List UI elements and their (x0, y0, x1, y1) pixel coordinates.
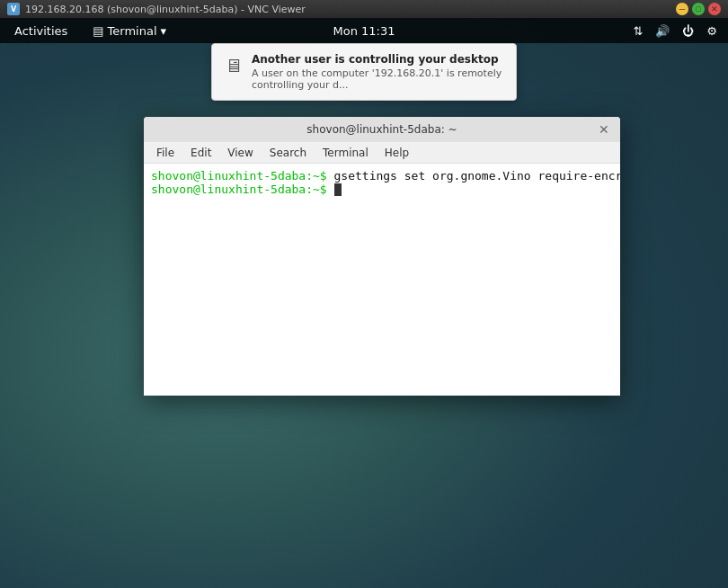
notification-tooltip: 🖥 Another user is controlling your deskt… (211, 43, 517, 101)
gnome-topbar: Activities ▤ Terminal ▾ Mon 11:31 ⇅ 🔊 ⏻ … (0, 18, 728, 43)
vnc-titlebar-left: V 192.168.20.168 (shovon@linuxhint-5daba… (7, 3, 676, 15)
gnome-systray: ⇅ 🔊 ⏻ ⚙ (629, 22, 721, 40)
app-menu-arrow-icon: ▾ (161, 24, 167, 38)
terminal-window: shovon@linuxhint-5daba: ~ ✕ File Edit Vi… (144, 117, 620, 396)
vnc-title-text: 192.168.20.168 (shovon@linuxhint-5daba) … (25, 4, 306, 15)
desktop: V 192.168.20.168 (shovon@linuxhint-5daba… (0, 0, 728, 588)
term-command-1: gsettings set org.gnome.Vino require-enc… (334, 169, 621, 183)
power-icon[interactable]: ⏻ (679, 22, 697, 40)
term-prompt-2: shovon@linuxhint-5daba:~$ (151, 183, 334, 196)
notification-title: Another user is controlling your desktop (252, 53, 503, 66)
gnome-app-menu[interactable]: ▤ Terminal ▾ (82, 18, 177, 43)
vnc-close-button[interactable]: ✕ (708, 3, 721, 15)
settings-icon[interactable]: ⚙ (703, 22, 721, 40)
terminal-menu-help[interactable]: Help (377, 145, 416, 161)
terminal-menu-search[interactable]: Search (262, 145, 314, 161)
vnc-titlebar-controls: ─ □ ✕ (676, 3, 721, 15)
term-line-2: shovon@linuxhint-5daba:~$ (151, 183, 620, 196)
terminal-menu-terminal[interactable]: Terminal (315, 145, 376, 161)
vnc-app-icon: V (7, 3, 20, 15)
network-icon[interactable]: ⇅ (629, 22, 646, 40)
term-prompt-1: shovon@linuxhint-5daba:~$ (151, 169, 334, 183)
terminal-text-area[interactable]: shovon@linuxhint-5daba:~$ gsettings set … (144, 164, 620, 396)
terminal-menubar: File Edit View Search Terminal Help (144, 142, 620, 164)
notification-text-block: Another user is controlling your desktop… (252, 53, 503, 91)
term-cursor (334, 183, 342, 196)
vnc-titlebar: V 192.168.20.168 (shovon@linuxhint-5daba… (0, 0, 728, 18)
terminal-menu-view[interactable]: View (220, 145, 260, 161)
gnome-activities-button[interactable]: Activities (0, 18, 82, 43)
term-line-1: shovon@linuxhint-5daba:~$ gsettings set … (151, 169, 620, 183)
notification-body: A user on the computer '192.168.20.1' is… (252, 67, 503, 91)
terminal-titlebar: shovon@linuxhint-5daba: ~ ✕ (144, 117, 620, 142)
sound-icon[interactable]: 🔊 (652, 22, 673, 40)
notification-remote-icon: 🖥 (225, 55, 243, 76)
vnc-minimize-button[interactable]: ─ (676, 3, 688, 15)
gnome-clock[interactable]: Mon 11:31 (333, 24, 395, 38)
terminal-menu-edit[interactable]: Edit (183, 145, 218, 161)
vnc-maximize-button[interactable]: □ (692, 3, 705, 15)
terminal-title: shovon@linuxhint-5daba: ~ (306, 123, 457, 136)
terminal-close-button[interactable]: ✕ (597, 122, 611, 137)
terminal-body[interactable]: shovon@linuxhint-5daba:~$ gsettings set … (144, 164, 620, 396)
terminal-menu-file[interactable]: File (149, 145, 182, 161)
terminal-icon: ▤ (93, 24, 103, 38)
